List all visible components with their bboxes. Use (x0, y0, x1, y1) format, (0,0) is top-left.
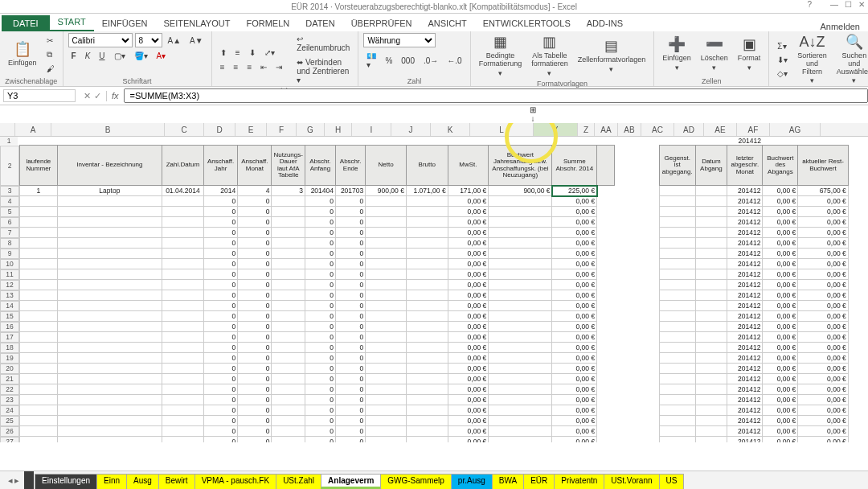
grow-font-button[interactable]: A▲ (165, 35, 185, 47)
row-header-8[interactable]: 8 (0, 238, 19, 249)
tab-einfuegen[interactable]: EINFÜGEN (94, 15, 156, 31)
format-cells-button[interactable]: ▣Format▾ (735, 35, 764, 74)
sheet-tab-einstellungen[interactable]: Einstellungen (35, 474, 97, 489)
row-header-9[interactable]: 9 (0, 249, 19, 259)
col-header-corner[interactable] (0, 123, 15, 136)
table-row[interactable]: 1800000,00 €0,00 €2014120,00 €0,00 € (0, 343, 868, 353)
table-row[interactable]: 900000,00 €0,00 €2014120,00 €0,00 € (0, 249, 868, 259)
table-row[interactable]: 1700000,00 €0,00 €2014120,00 €0,00 € (0, 332, 868, 343)
align-center-button[interactable]: ≡ (231, 61, 242, 73)
row-header-4[interactable]: 4 (0, 196, 19, 207)
row-header-14[interactable]: 14 (0, 301, 19, 311)
tab-seitenlayout[interactable]: SEITENLAYOUT (155, 15, 238, 31)
row-header-23[interactable]: 23 (0, 395, 19, 405)
fill-color-button[interactable]: 🪣▾ (131, 50, 151, 62)
formula-input[interactable] (124, 88, 868, 103)
comma-button[interactable]: 000 (398, 55, 418, 67)
font-size-select[interactable]: 8 (135, 33, 162, 47)
col-header-AA[interactable]: AA (595, 123, 618, 136)
col-header-Z[interactable]: Z (578, 123, 595, 136)
row-header-25[interactable]: 25 (0, 416, 19, 426)
indent-inc-button[interactable]: ⇥ (272, 61, 285, 73)
col-header-AF[interactable]: AF (737, 123, 770, 136)
sheet-tab-privatentn[interactable]: Privatentn (554, 474, 604, 489)
copy-button[interactable]: ⧉ (43, 48, 58, 61)
accept-formula-button[interactable]: ✓ (94, 91, 101, 101)
orientation-button[interactable]: ⤢▾ (261, 47, 278, 59)
fill-button[interactable]: ⬇▾ (774, 54, 791, 66)
close-button[interactable]: ✕ (858, 0, 865, 9)
row-header-2[interactable]: 2 (0, 146, 19, 186)
tab-scroll-first[interactable]: ◂ (8, 475, 13, 486)
table-row[interactable]: 1200000,00 €0,00 €2014120,00 €0,00 € (0, 280, 868, 290)
table-row[interactable]: 2100000,00 €0,00 €2014120,00 €0,00 € (0, 374, 868, 384)
col-header-K[interactable]: K (431, 123, 470, 136)
table-row[interactable]: 2600000,00 €0,00 €2014120,00 €0,00 € (0, 426, 868, 437)
sheet-tab-gwg-sammelp[interactable]: GWG-Sammelp (380, 474, 452, 489)
sheet-tab-ust.zahl[interactable]: USt.Zahl (276, 474, 321, 489)
italic-button[interactable]: K (82, 50, 94, 62)
border-button[interactable]: ▢▾ (111, 50, 129, 62)
table-row[interactable]: 1300000,00 €0,00 €2014120,00 €0,00 € (0, 290, 868, 301)
row-header-17[interactable]: 17 (0, 332, 19, 343)
inc-decimal-button[interactable]: .0→ (420, 55, 441, 67)
row-header-15[interactable]: 15 (0, 311, 19, 322)
tab-scroll-last[interactable]: ▸ (14, 475, 19, 486)
cancel-formula-button[interactable]: ✕ (84, 91, 91, 101)
table-row[interactable]: 1100000,00 €0,00 €2014120,00 €0,00 € (0, 269, 868, 280)
table-row[interactable]: 1600000,00 €0,00 €2014120,00 €0,00 € (0, 322, 868, 332)
sort-filter-button[interactable]: A↓ZSortieren und Filtern▾ (794, 33, 830, 87)
signin-link[interactable]: Anmelden (820, 22, 860, 31)
help-icon[interactable]: ? (807, 0, 812, 9)
align-middle-button[interactable]: ≡ (232, 47, 244, 59)
clear-button[interactable]: ◇▾ (774, 68, 791, 80)
table-row[interactable]: 1900000,00 €0,00 €2014120,00 €0,00 € (0, 353, 868, 364)
format-as-table-button[interactable]: ▥Als Tabelle formatieren▾ (528, 33, 571, 79)
row-header-11[interactable]: 11 (0, 269, 19, 280)
sheet-tab-ust.vorann[interactable]: USt.Vorann (604, 474, 659, 489)
table-row[interactable]: 2300000,00 €0,00 €2014120,00 €0,00 € (0, 395, 868, 405)
expand-icon[interactable]: ⊞ (521, 105, 545, 114)
file-tab[interactable]: DATEI (2, 15, 50, 31)
row-header-26[interactable]: 26 (0, 426, 19, 437)
find-select-button[interactable]: 🔍Suchen und Auswählen▾ (833, 33, 868, 87)
autosum-button[interactable]: Σ▾ (774, 40, 791, 52)
row-header-12[interactable]: 12 (0, 280, 19, 290)
row-header-18[interactable]: 18 (0, 343, 19, 353)
table-row[interactable]: 1000000,00 €0,00 €2014120,00 €0,00 € (0, 259, 868, 269)
sheet-tab-einn[interactable]: Einn (96, 474, 127, 489)
fx-icon[interactable]: fx (107, 91, 124, 101)
col-header-C[interactable]: C (165, 123, 204, 136)
wrap-text-button[interactable]: ↩ Zeilenumbruch (293, 33, 353, 54)
font-name-select[interactable]: Calibri (68, 33, 133, 47)
table-row[interactable]: 2700000,00 €0,00 €2014120,00 €0,00 € (0, 437, 868, 443)
sheet-tab-us[interactable]: US (659, 474, 685, 489)
row-header-20[interactable]: 20 (0, 364, 19, 374)
align-bottom-button[interactable]: ⬇ (246, 47, 259, 59)
minimize-button[interactable]: — (830, 0, 838, 9)
table-row[interactable]: 400000,00 €0,00 €2014120,00 €0,00 € (0, 196, 868, 207)
column-headers[interactable]: ABCDEFGHIJKLYZAAABACADAEAFAG (0, 123, 868, 137)
col-header-F[interactable]: F (267, 123, 297, 136)
col-header-AG[interactable]: AG (770, 123, 821, 136)
cut-button[interactable]: ✂ (43, 35, 58, 47)
row-header-13[interactable]: 13 (0, 290, 19, 301)
col-header-L[interactable]: L (470, 123, 534, 136)
row-header-16[interactable]: 16 (0, 322, 19, 332)
paste-button[interactable]: 📋Einfügen (5, 40, 40, 69)
insert-cells-button[interactable]: ➕Einfügen▾ (659, 35, 694, 74)
col-header-J[interactable]: J (391, 123, 431, 136)
tab-ansicht[interactable]: ANSICHT (420, 15, 474, 31)
sheet-tab-bewirt[interactable]: Bewirt (158, 474, 195, 489)
delete-cells-button[interactable]: ➖Löschen▾ (698, 35, 731, 74)
conditional-formatting-button[interactable]: ▦Bedingte Formatierung▾ (476, 33, 526, 79)
dec-decimal-button[interactable]: ←.0 (444, 55, 465, 67)
row-header-21[interactable]: 21 (0, 374, 19, 384)
table-row[interactable]: 800000,00 €0,00 €2014120,00 €0,00 € (0, 238, 868, 249)
row-header-24[interactable]: 24 (0, 405, 19, 416)
align-left-button[interactable]: ≡ (217, 61, 228, 73)
row-header-19[interactable]: 19 (0, 353, 19, 364)
col-header-AD[interactable]: AD (674, 123, 704, 136)
table-row[interactable]: 31Laptop01.04.2014201443201404201703900,… (0, 186, 868, 196)
row-header-7[interactable]: 7 (0, 228, 19, 238)
